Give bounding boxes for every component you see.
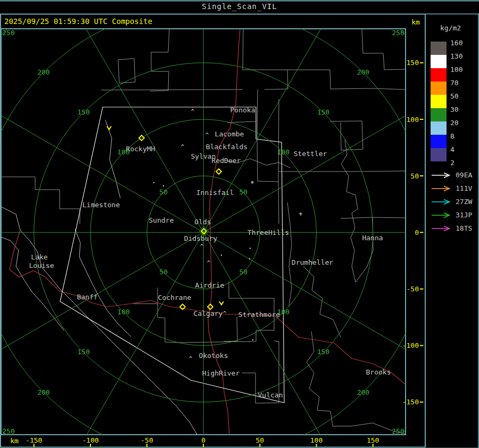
summit-caret-marker: ^ [181, 143, 185, 150]
radar-site-legend-row-31JP: 31JP [431, 208, 478, 222]
place-label-reddeer: RedDeer [212, 157, 241, 165]
radar-arrow-icon [431, 199, 451, 205]
range-ring-grid [0, 0, 479, 448]
town-dot-marker [153, 182, 154, 183]
summit-caret-marker: ^ [205, 132, 209, 139]
y-axis-tick-label: -150 [402, 398, 419, 406]
summit-caret-marker: ^ [191, 108, 195, 115]
place-label-olds: Olds [194, 218, 211, 226]
radar-arrow-icon [431, 212, 451, 218]
colorbar-swatch-160 [431, 42, 447, 55]
colorbar-value-160: 160 [450, 39, 463, 46]
town-dot-marker [221, 255, 222, 256]
radar-site-legend: 09EA111V27ZW31JP18TS [431, 168, 478, 235]
colorbar-value-20: 20 [450, 119, 459, 126]
place-label-stettler: Stettler [294, 150, 327, 158]
radar-coverage-boundary [60, 107, 284, 403]
place-label-lacombe: Lacombe [215, 130, 244, 138]
park-boundary [75, 229, 131, 337]
colorbar-value-min: 2 [450, 159, 455, 166]
place-label-airdrie: Airdrie [195, 281, 225, 289]
azimuth-line-330 [40, 0, 204, 232]
county-boundary [1, 177, 80, 224]
place-label-calgary: Calgary [194, 309, 223, 317]
storm-motion-arrow [107, 126, 111, 129]
x-axis-tick-label: 0 [201, 436, 205, 444]
place-label-blackfalds: Blackfalds [206, 143, 247, 151]
colorbar-value-4: 4 [450, 146, 455, 153]
ring-distance-label: 150 [317, 348, 329, 356]
radar-map-canvas: 5050505010010010010015015015015020020020… [0, 0, 479, 448]
colorbar-swatch-50 [431, 95, 447, 108]
radar-site-id: 31JP [456, 211, 472, 219]
azimuth-line-30 [203, 0, 367, 232]
site-diamond-marker [216, 169, 221, 174]
colorbar-value-70: 70 [450, 79, 459, 86]
y-axis-tick-label: 50 [410, 172, 419, 180]
x-axis-tick-label: 150 [367, 436, 379, 444]
radar-site-legend-row-111V: 111V [431, 182, 478, 195]
ring-distance-label: 150 [77, 108, 89, 116]
radar-site-id: 09EA [456, 171, 472, 179]
ring-distance-label: 150 [77, 348, 89, 356]
place-label-sundre: Sundre [149, 216, 174, 224]
place-label-threehills: ThreeHills [247, 229, 289, 237]
town-dot-marker [249, 258, 250, 259]
colorbar-value-130: 130 [450, 53, 463, 60]
ring-distance-label: 250 [392, 427, 404, 435]
park-boundary [1, 237, 64, 330]
x-axis-tick-label: -150 [26, 436, 42, 444]
window-borders [0, 1, 479, 448]
place-label-brooks: Brooks [366, 368, 391, 376]
colorbar-swatch-4 [431, 148, 447, 161]
county-boundary [303, 266, 341, 337]
county-boundary [257, 89, 279, 224]
park-boundary [105, 120, 120, 198]
county-boundary [278, 99, 279, 182]
y-axis-tick-label: 150 [407, 59, 419, 67]
place-label-highriver: HighRiver [202, 369, 240, 377]
y-axis-tick-label: 0 [415, 229, 419, 237]
place-label-hanna: Hanna [362, 234, 383, 242]
park-boundary [1, 207, 197, 435]
colorbar-swatch-130 [431, 55, 447, 68]
town-dot-marker [163, 185, 164, 186]
colorbar-value-50: 50 [450, 93, 459, 100]
radar-site-id: 18TS [456, 224, 472, 232]
place-label-innisfail: Innisfail [196, 189, 234, 197]
ring-distance-label: 200 [357, 388, 369, 396]
ring-distance-label: 150 [317, 108, 329, 116]
y-axis-tick-label: -100 [402, 341, 419, 349]
place-label-strathmore: Strathmore [238, 311, 280, 319]
county-boundary [118, 59, 135, 83]
plus-marker: + [299, 210, 303, 218]
place-label-rockymh: RockyMH [126, 145, 155, 153]
county-boundary [307, 331, 405, 434]
summit-caret-marker: ^ [189, 355, 193, 362]
radar-arrow-icon [431, 172, 451, 178]
ring-distance-label: 200 [37, 388, 49, 396]
place-label-banff: Banff [77, 293, 97, 301]
place-label-louise: Louise [29, 262, 54, 270]
y-axis-tick-label: -50 [407, 285, 419, 293]
right-axis-unit-label: km [411, 18, 420, 26]
colorbar-swatch-100 [431, 68, 447, 82]
colorbar-value-8: 8 [450, 133, 455, 140]
azimuth-line-210 [40, 232, 204, 448]
radar-arrow-icon [431, 225, 451, 232]
county-boundary [150, 29, 169, 91]
x-axis-tick-label: -100 [82, 436, 98, 444]
town-dot-marker [250, 248, 251, 249]
colorbar-value-30: 30 [450, 106, 459, 113]
x-axis-tick-label: -50 [141, 436, 153, 444]
azimuth-line-240 [0, 232, 203, 396]
colorbar-swatch-8 [431, 135, 447, 148]
ring-distance-label: 50 [159, 268, 168, 276]
ring-distance-label: 50 [239, 268, 247, 276]
place-label-ponoka: Ponoka [230, 106, 255, 114]
place-label-limestone: Limestone [82, 201, 120, 209]
ring-distance-label: 50 [159, 188, 168, 196]
colorbar-value-100: 100 [450, 66, 463, 73]
x-axis-tick-label: 100 [310, 436, 323, 444]
asterisk-marker: * [250, 179, 254, 188]
